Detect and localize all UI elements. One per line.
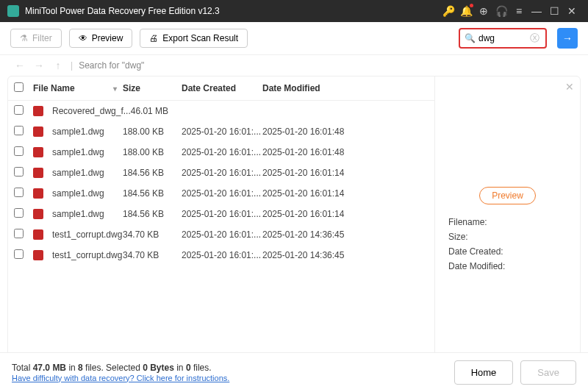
table-row[interactable]: sample1.dwg184.56 KB2025-01-20 16:01:...… (8, 163, 434, 183)
table-row[interactable]: test1_corrupt.dwg34.70 KB2025-01-20 16:0… (8, 245, 434, 266)
file-created: 2025-01-20 16:01:... (182, 168, 262, 178)
file-name: sample1.dwg (52, 209, 104, 219)
save-button[interactable]: Save (520, 360, 576, 385)
file-created: 2025-01-20 16:01:... (182, 147, 262, 157)
table-header: File Name▾ Size Date Created Date Modifi… (8, 76, 434, 101)
file-modified: 2025-01-20 16:01:48 (262, 126, 358, 137)
select-all-checkbox[interactable] (14, 82, 24, 92)
file-created: 2025-01-20 16:01:... (182, 209, 262, 219)
close-icon[interactable]: ✕ (563, 2, 581, 20)
table-row[interactable]: sample1.dwg188.00 KB2025-01-20 16:01:...… (8, 142, 434, 163)
arrow-right-icon: → (562, 32, 573, 44)
row-checkbox[interactable] (14, 126, 24, 135)
col-size-label[interactable]: Size (123, 83, 182, 93)
file-icon (33, 250, 43, 260)
filter-icon: ⚗ (20, 33, 28, 43)
content-area: File Name▾ Size Date Created Date Modifi… (7, 76, 581, 368)
preview-button[interactable]: 👁Preview (69, 29, 133, 48)
footer: Total 47.0 MB in 8 files. Selected 0 Byt… (0, 352, 588, 392)
footer-stats: Total 47.0 MB in 8 files. Selected 0 Byt… (12, 363, 229, 383)
file-modified: 2025-01-20 16:01:14 (262, 168, 358, 178)
toolbar: ⚗Filter 👁Preview 🖨Export Scan Result 🔍 ⓧ… (0, 22, 588, 55)
file-name: sample1.dwg (52, 188, 104, 199)
row-checkbox[interactable] (14, 208, 24, 218)
breadcrumb-bar: ← → ↑ | Search for "dwg" (0, 55, 588, 76)
file-created: 2025-01-20 16:01:... (182, 229, 262, 240)
file-name: sample1.dwg (52, 147, 104, 157)
row-checkbox[interactable] (14, 146, 24, 156)
col-name-label[interactable]: File Name (33, 83, 75, 93)
file-modified: 2025-01-20 16:01:14 (262, 209, 358, 219)
file-modified: 2025-01-20 14:36:45 (262, 229, 358, 240)
table-row[interactable]: test1_corrupt.dwg34.70 KB2025-01-20 16:0… (8, 224, 434, 245)
bell-icon[interactable]: 🔔 (457, 2, 475, 20)
export-button[interactable]: 🖨Export Scan Result (140, 29, 248, 48)
file-created: 2025-01-20 16:01:... (182, 188, 262, 199)
meta-created: Date Created: (448, 244, 567, 259)
nav-forward-icon[interactable]: → (32, 60, 46, 71)
file-size: 184.56 KB (123, 188, 182, 199)
file-size: 34.70 KB (123, 250, 182, 260)
help-link[interactable]: Have difficulty with data recovery? Clic… (12, 374, 229, 382)
file-name: test1_corrupt.dwg (52, 229, 122, 240)
meta-filename: Filename: (448, 215, 567, 229)
table-row[interactable]: sample1.dwg184.56 KB2025-01-20 16:01:...… (8, 183, 434, 204)
search-box[interactable]: 🔍 ⓧ (459, 28, 547, 49)
globe-icon[interactable]: ⊕ (475, 2, 492, 20)
window-title: MiniTool Power Data Recovery Free Editio… (25, 6, 440, 16)
row-checkbox[interactable] (14, 229, 24, 238)
clear-search-icon[interactable]: ⓧ (530, 32, 539, 45)
file-name: test1_corrupt.dwg (52, 250, 122, 260)
file-size: 188.00 KB (123, 147, 182, 157)
headset-icon[interactable]: 🎧 (492, 2, 510, 20)
table-row[interactable]: Recovered_dwg_f...46.01 MB (8, 101, 434, 121)
file-size: 184.56 KB (123, 209, 182, 219)
app-logo-icon (7, 5, 19, 17)
meta-modified: Date Modified: (448, 259, 567, 274)
breadcrumb-text: Search for "dwg" (79, 60, 144, 71)
file-icon (33, 126, 43, 137)
export-icon: 🖨 (149, 33, 158, 43)
table-row[interactable]: sample1.dwg188.00 KB2025-01-20 16:01:...… (8, 121, 434, 142)
file-icon (33, 229, 43, 240)
file-icon (33, 188, 43, 199)
preview-label: Preview (92, 33, 123, 43)
file-name: sample1.dwg (52, 126, 104, 137)
filter-button[interactable]: ⚗Filter (10, 29, 62, 48)
file-icon (33, 168, 43, 178)
file-name: Recovered_dwg_f... (52, 106, 131, 116)
file-modified: 2025-01-20 16:01:48 (262, 147, 358, 157)
preview-action-button[interactable]: Preview (479, 187, 536, 204)
file-modified: 2025-01-20 14:36:45 (262, 250, 358, 260)
row-checkbox[interactable] (14, 188, 24, 197)
file-icon (33, 209, 43, 219)
preview-panel: ✕ Preview Filename: Size: Date Created: … (434, 76, 580, 368)
col-modified-label[interactable]: Date Modified (262, 83, 358, 93)
file-created: 2025-01-20 16:01:... (182, 250, 262, 260)
file-size: 46.01 MB (131, 106, 190, 116)
file-size: 188.00 KB (123, 126, 182, 137)
row-checkbox[interactable] (14, 167, 24, 177)
close-panel-icon[interactable]: ✕ (565, 81, 574, 93)
file-icon (33, 106, 43, 116)
table-row[interactable]: sample1.dwg184.56 KB2025-01-20 16:01:...… (8, 204, 434, 224)
search-icon: 🔍 (465, 33, 476, 43)
col-created-label[interactable]: Date Created (182, 83, 262, 93)
file-list: File Name▾ Size Date Created Date Modifi… (8, 76, 434, 368)
file-created: 2025-01-20 16:01:... (182, 126, 262, 137)
minimize-icon[interactable]: — (528, 2, 545, 20)
key-icon[interactable]: 🔑 (440, 2, 457, 20)
titlebar: MiniTool Power Data Recovery Free Editio… (0, 0, 588, 22)
menu-icon[interactable]: ≡ (510, 2, 528, 20)
export-label: Export Scan Result (162, 33, 238, 43)
home-button[interactable]: Home (454, 360, 514, 385)
nav-up-icon[interactable]: ↑ (51, 60, 65, 71)
row-checkbox[interactable] (14, 249, 24, 259)
search-input[interactable] (478, 33, 530, 43)
nav-back-icon[interactable]: ← (13, 60, 26, 71)
filter-label: Filter (32, 33, 52, 43)
search-go-button[interactable]: → (557, 28, 578, 49)
maximize-icon[interactable]: ☐ (545, 2, 563, 20)
sort-icon[interactable]: ▾ (113, 85, 117, 93)
row-checkbox[interactable] (14, 105, 24, 115)
